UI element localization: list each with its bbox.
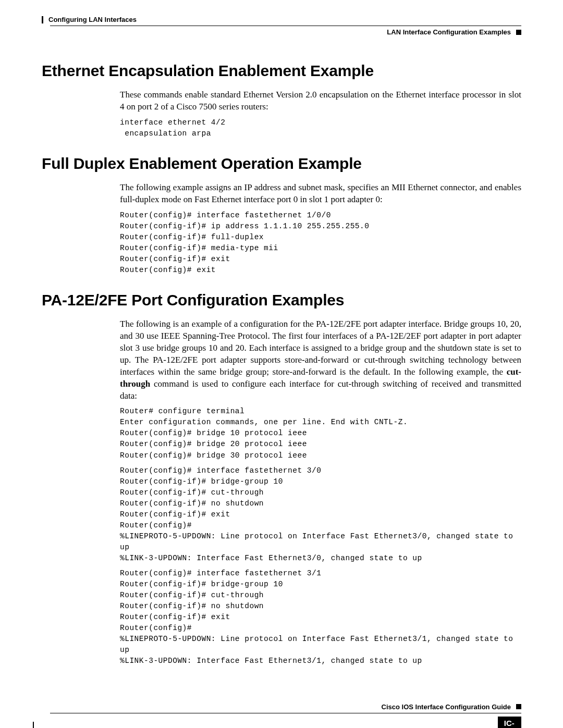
section3-code-block3: Router(config)# interface fastethernet 3… (42, 568, 521, 667)
header-square-icon (516, 30, 521, 35)
header-bar-icon (42, 16, 43, 23)
code-line: Router(config)# bridge 30 protocol ieee (120, 451, 307, 460)
code-line: Router(config-if)# bridge-group 10 (120, 477, 283, 486)
footer-guide-row: Cisco IOS Interface Configuration Guide (50, 703, 521, 713)
code-line: Router# configure terminal (120, 407, 244, 415)
code-line: Router(config)# (120, 521, 192, 529)
page-header: Configuring LAN Interfaces LAN Interface… (42, 16, 521, 36)
code-line: %LINK-3-UPDOWN: Interface Fast Ethernet3… (120, 554, 422, 562)
section-heading-full-duplex: Full Duplex Enablement Operation Example (42, 155, 521, 172)
code-line: Router(config-if)# bridge-group 10 (120, 580, 283, 588)
footer-page-row: IC-61 (33, 717, 521, 728)
footer-bar-icon (33, 722, 34, 728)
header-section-row: LAN Interface Configuration Examples (50, 26, 521, 36)
code-line: Router(config)# bridge 10 protocol ieee (120, 429, 307, 437)
code-line: encapsulation arpa (120, 129, 211, 138)
code-line: Router(config)# exit (120, 266, 216, 274)
code-line: Router(config)# (120, 624, 192, 632)
code-line: Router(config-if)# cut-through (120, 591, 264, 599)
code-line: Router(config-if)# full-duplex (120, 233, 264, 241)
code-line: Router(config)# bridge 20 protocol ieee (120, 440, 307, 448)
section2-code: Router(config)# interface fastethernet 1… (42, 210, 521, 276)
code-line: interface ethernet 4/2 (120, 118, 225, 127)
page-footer: Cisco IOS Interface Configuration Guide … (42, 703, 521, 728)
code-line: %LINEPROTO-5-UPDOWN: Line protocol on In… (120, 532, 518, 551)
footer-square-icon (516, 704, 521, 709)
section-heading-pa12e: PA-12E/2FE Port Configuration Examples (42, 291, 521, 309)
header-chapter-row: Configuring LAN Interfaces (42, 16, 521, 23)
code-line: Router(config-if)# exit (120, 510, 230, 519)
code-line: %LINK-3-UPDOWN: Interface Fast Ethernet3… (120, 657, 422, 665)
code-line: Router(config)# interface fastethernet 3… (120, 466, 321, 475)
section1-paragraph: These commands enable standard Ethernet … (42, 89, 521, 113)
code-line: Router(config)# interface fastethernet 1… (120, 211, 331, 219)
section-heading-ethernet-encap: Ethernet Encapsulation Enablement Exampl… (42, 62, 521, 80)
code-line: Router(config-if)# no shutdown (120, 602, 264, 610)
code-line: Router(config)# interface fastethernet 3… (120, 569, 321, 577)
section3-paragraph: The following is an example of a configu… (42, 318, 521, 402)
section3-code-block2: Router(config)# interface fastethernet 3… (42, 465, 521, 564)
code-line: Router(config-if)# exit (120, 255, 230, 263)
code-line: %LINEPROTO-5-UPDOWN: Line protocol on In… (120, 635, 518, 654)
code-line: Router(config-if)# exit (120, 613, 230, 621)
code-line: Router(config-if)# cut-through (120, 488, 264, 497)
code-line: Router(config-if)# media-type mii (120, 244, 278, 252)
section3-code-block1: Router# configure terminal Enter configu… (42, 406, 521, 461)
section1-code: interface ethernet 4/2 encapsulation arp… (42, 117, 521, 139)
section2-paragraph: The following example assigns an IP addr… (42, 182, 521, 206)
header-section-label: LAN Interface Configuration Examples (387, 28, 511, 36)
header-chapter-label: Configuring LAN Interfaces (48, 16, 137, 23)
code-line: Router(config-if)# no shutdown (120, 499, 264, 508)
page: Configuring LAN Interfaces LAN Interface… (0, 0, 563, 728)
footer-guide-label: Cisco IOS Interface Configuration Guide (382, 703, 511, 711)
code-line: Router(config-if)# ip address 1.1.1.10 2… (120, 222, 369, 230)
page-number-badge: IC-61 (498, 717, 521, 728)
code-line: Enter configuration commands, one per li… (120, 418, 408, 426)
